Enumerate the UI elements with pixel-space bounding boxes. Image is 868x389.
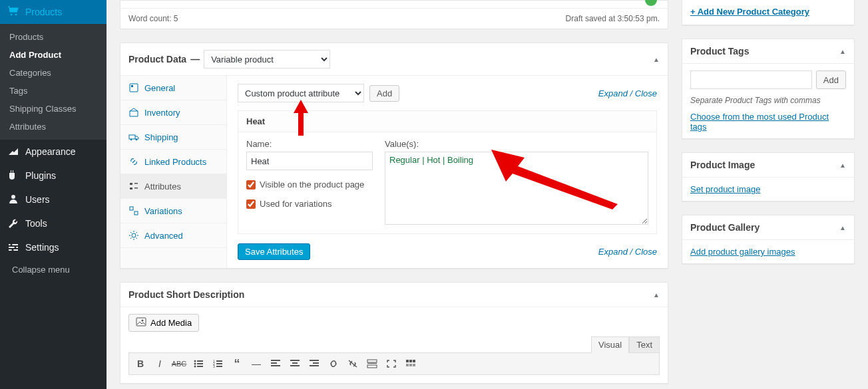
menu-appearance[interactable]: Appearance	[0, 140, 107, 164]
svg-rect-17	[134, 183, 138, 184]
svg-rect-15	[130, 183, 132, 185]
submenu-add-product[interactable]: Add Product	[0, 46, 107, 64]
attribute-title[interactable]: Heat	[238, 111, 656, 132]
toggle-panel-icon[interactable]: ▲	[653, 291, 660, 299]
svg-rect-44	[310, 360, 319, 361]
blockquote-button[interactable]: “	[228, 355, 246, 372]
svg-rect-50	[406, 360, 409, 362]
editor-tab-visual[interactable]: Visual	[591, 336, 629, 353]
menu-label: Plugins	[25, 170, 56, 181]
tag-input[interactable]	[690, 70, 812, 89]
right-column: + Add New Product Category Product Tags▲…	[682, 0, 868, 389]
expand-close-link[interactable]: Expand / Close	[598, 88, 657, 98]
svg-rect-43	[290, 365, 300, 366]
menu-users[interactable]: Users	[0, 188, 107, 211]
menu-label: Products	[25, 7, 62, 17]
svg-rect-11	[131, 85, 133, 87]
link-button[interactable]	[324, 355, 343, 372]
menu-tools[interactable]: Tools	[0, 211, 107, 235]
tags-hint: Separate Product Tags with commas	[690, 96, 846, 105]
visible-label: Visible on the product page	[260, 180, 364, 190]
editor-toolbar: B I ABC 123 “ —	[128, 352, 660, 375]
visible-checkbox[interactable]	[246, 180, 256, 190]
svg-point-2	[11, 195, 15, 199]
fullscreen-button[interactable]	[382, 355, 401, 372]
tools-icon	[7, 217, 20, 230]
svg-rect-33	[216, 360, 222, 362]
svg-rect-53	[406, 364, 409, 366]
widget-title: Product Tags	[690, 46, 749, 57]
cart-icon	[7, 5, 20, 19]
word-count: Word count: 5	[128, 14, 178, 23]
tab-variations[interactable]: Variations	[120, 199, 226, 223]
svg-rect-39	[271, 362, 277, 364]
add-gallery-images-link[interactable]: Add product gallery images	[690, 247, 795, 257]
svg-rect-46	[310, 365, 319, 366]
attribute-type-select[interactable]: Custom product attribute	[238, 84, 364, 102]
set-product-image-link[interactable]: Set product image	[690, 184, 761, 194]
save-attributes-button[interactable]: Save Attributes	[238, 243, 310, 260]
product-type-select[interactable]: Variable product	[204, 50, 330, 68]
svg-rect-55	[413, 364, 415, 366]
attribute-values-textarea[interactable]: Regular | Hot | Boiling	[385, 152, 648, 225]
number-list-button[interactable]: 123	[208, 355, 227, 372]
bullet-list-button[interactable]	[189, 355, 208, 372]
svg-point-25	[142, 320, 144, 322]
bold-button[interactable]: B	[131, 355, 150, 372]
svg-rect-27	[197, 360, 203, 362]
unlink-button[interactable]	[343, 355, 362, 372]
variations-icon	[128, 205, 139, 216]
menu-plugins[interactable]: Plugins	[0, 164, 107, 188]
main-content: Word count: 5 Draft saved at 3:50:53 pm.…	[107, 0, 682, 389]
toggle-panel-icon[interactable]: ▲	[653, 56, 660, 63]
align-center-button[interactable]	[286, 355, 304, 372]
product-data-title: Product Data — Variable product	[128, 50, 330, 68]
add-attribute-button[interactable]: Add	[369, 85, 399, 102]
submenu-categories[interactable]: Categories	[0, 64, 107, 82]
menu-products[interactable]: Products	[0, 0, 107, 24]
align-left-button[interactable]	[266, 355, 285, 372]
tab-inventory[interactable]: Inventory	[120, 100, 226, 125]
linked-icon	[128, 156, 139, 167]
toggle-panel-icon[interactable]: ▲	[839, 162, 846, 169]
collapse-menu[interactable]: Collapse menu	[0, 259, 107, 280]
tab-attributes[interactable]: Attributes	[120, 174, 226, 199]
choose-tags-link[interactable]: Choose from the most used Product tags	[690, 112, 829, 132]
products-submenu: Products Add Product Categories Tags Shi…	[0, 24, 107, 140]
svg-rect-47	[367, 360, 377, 362]
attribute-name-input[interactable]	[246, 152, 373, 170]
shipping-icon	[128, 132, 139, 142]
insert-more-button[interactable]	[363, 355, 381, 372]
tab-general[interactable]: General	[120, 76, 226, 100]
hr-button[interactable]: —	[247, 355, 266, 372]
tab-shipping[interactable]: Shipping	[120, 125, 226, 150]
svg-rect-29	[197, 363, 203, 364]
product-data-tabs: General Inventory Shipping Linked Produc…	[120, 76, 227, 268]
product-data-box: Product Data — Variable product ▲ Genera…	[120, 43, 668, 269]
align-right-button[interactable]	[305, 355, 324, 372]
add-tag-button[interactable]: Add	[816, 70, 846, 89]
add-media-button[interactable]: Add Media	[128, 314, 199, 332]
tab-linked-products[interactable]: Linked Products	[120, 150, 226, 174]
menu-settings[interactable]: Settings	[0, 235, 107, 259]
expand-close-link-bottom[interactable]: Expand / Close	[598, 247, 657, 257]
svg-rect-24	[136, 318, 146, 326]
italic-button[interactable]: I	[150, 355, 169, 372]
menu-label: Users	[25, 194, 50, 205]
strikethrough-button[interactable]: ABC	[170, 355, 188, 372]
submenu-attributes[interactable]: Attributes	[0, 118, 107, 136]
submenu-products[interactable]: Products	[0, 28, 107, 46]
toolbar-toggle-button[interactable]	[401, 355, 420, 372]
toggle-panel-icon[interactable]: ▲	[839, 224, 846, 231]
toggle-panel-icon[interactable]: ▲	[839, 48, 846, 55]
submenu-shipping-classes[interactable]: Shipping Classes	[0, 100, 107, 118]
used-variations-checkbox[interactable]	[246, 199, 256, 209]
svg-rect-52	[413, 360, 415, 362]
tab-advanced[interactable]: Advanced	[120, 223, 226, 248]
submenu-tags[interactable]: Tags	[0, 82, 107, 100]
svg-rect-48	[367, 363, 377, 364]
add-category-link[interactable]: + Add New Product Category	[682, 0, 854, 25]
attribute-block: Heat Name: Visible on the product page	[238, 110, 657, 234]
svg-rect-38	[271, 360, 280, 361]
editor-tab-text[interactable]: Text	[629, 336, 660, 353]
